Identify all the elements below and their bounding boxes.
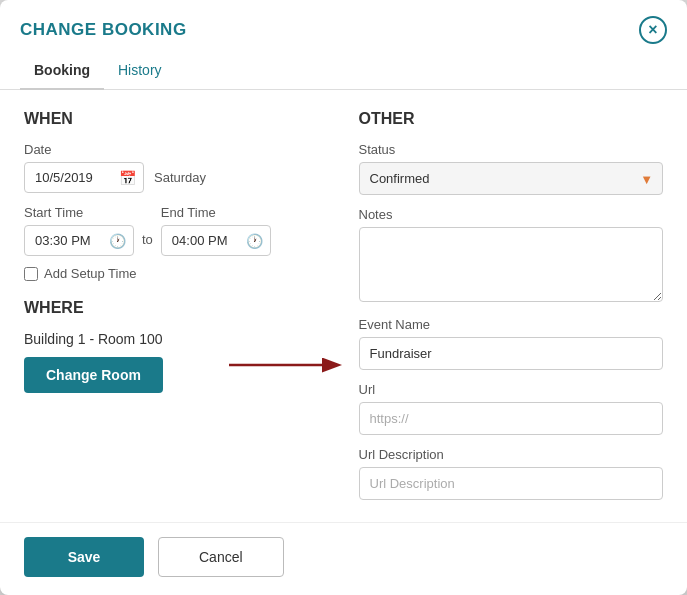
status-label: Status	[359, 142, 664, 157]
start-time-input-wrap: 🕐	[24, 225, 134, 256]
event-name-label: Event Name	[359, 317, 664, 332]
day-label: Saturday	[154, 170, 206, 185]
date-label: Date	[24, 142, 329, 157]
close-button[interactable]: ×	[639, 16, 667, 44]
tab-booking[interactable]: Booking	[20, 54, 104, 90]
modal-header: CHANGE BOOKING ×	[0, 0, 687, 54]
end-time-wrap: End Time 🕐	[161, 205, 271, 256]
tab-history[interactable]: History	[104, 54, 176, 90]
status-select-wrap: Confirmed Tentative Cancelled ▼	[359, 162, 664, 195]
url-desc-label: Url Description	[359, 447, 664, 462]
to-label: to	[142, 232, 153, 247]
status-select[interactable]: Confirmed Tentative Cancelled	[359, 162, 664, 195]
left-column: WHEN Date 📅 Saturday Start Time 🕐 to	[24, 110, 329, 502]
tab-bar: Booking History	[0, 54, 687, 90]
date-input-wrap: 📅	[24, 162, 144, 193]
time-row: Start Time 🕐 to End Time 🕐	[24, 205, 329, 256]
end-time-label: End Time	[161, 205, 271, 220]
start-time-label: Start Time	[24, 205, 134, 220]
other-section-title: OTHER	[359, 110, 664, 128]
end-time-input-wrap: 🕐	[161, 225, 271, 256]
notes-label: Notes	[359, 207, 664, 222]
url-desc-input[interactable]	[359, 467, 664, 500]
change-room-button[interactable]: Change Room	[24, 357, 163, 393]
setup-time-label: Add Setup Time	[44, 266, 137, 281]
modal-footer: Save Cancel	[0, 522, 687, 595]
save-button[interactable]: Save	[24, 537, 144, 577]
cancel-button[interactable]: Cancel	[158, 537, 284, 577]
setup-time-row: Add Setup Time	[24, 266, 329, 281]
modal-body: WHEN Date 📅 Saturday Start Time 🕐 to	[0, 90, 687, 512]
arrow-annotation	[219, 345, 349, 385]
date-input[interactable]	[24, 162, 144, 193]
event-name-input[interactable]	[359, 337, 664, 370]
modal-title: CHANGE BOOKING	[20, 20, 187, 40]
right-column: OTHER Status Confirmed Tentative Cancell…	[359, 110, 664, 502]
start-time-input[interactable]	[24, 225, 134, 256]
notes-textarea[interactable]	[359, 227, 664, 302]
change-booking-modal: CHANGE BOOKING × Booking History WHEN Da…	[0, 0, 687, 595]
where-section-title: WHERE	[24, 299, 329, 317]
when-section-title: WHEN	[24, 110, 329, 128]
url-label: Url	[359, 382, 664, 397]
setup-time-checkbox[interactable]	[24, 267, 38, 281]
start-time-wrap: Start Time 🕐	[24, 205, 134, 256]
url-input[interactable]	[359, 402, 664, 435]
date-input-group: 📅 Saturday	[24, 162, 329, 193]
end-time-input[interactable]	[161, 225, 271, 256]
